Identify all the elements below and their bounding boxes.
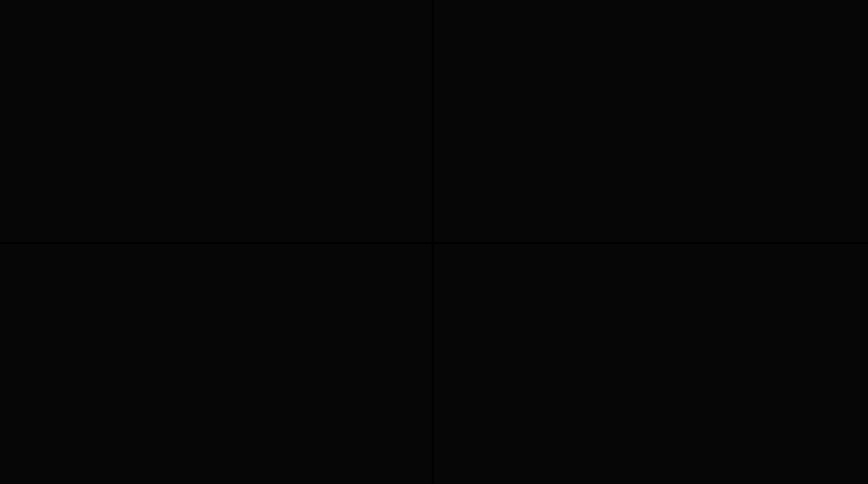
quadrant-houdini-cloud — [434, 0, 868, 242]
quadrant-geometry-spreadsheet — [0, 0, 432, 242]
quadrant-houdini-scatter — [434, 244, 868, 484]
quadrant-houdini-blob — [0, 244, 432, 484]
